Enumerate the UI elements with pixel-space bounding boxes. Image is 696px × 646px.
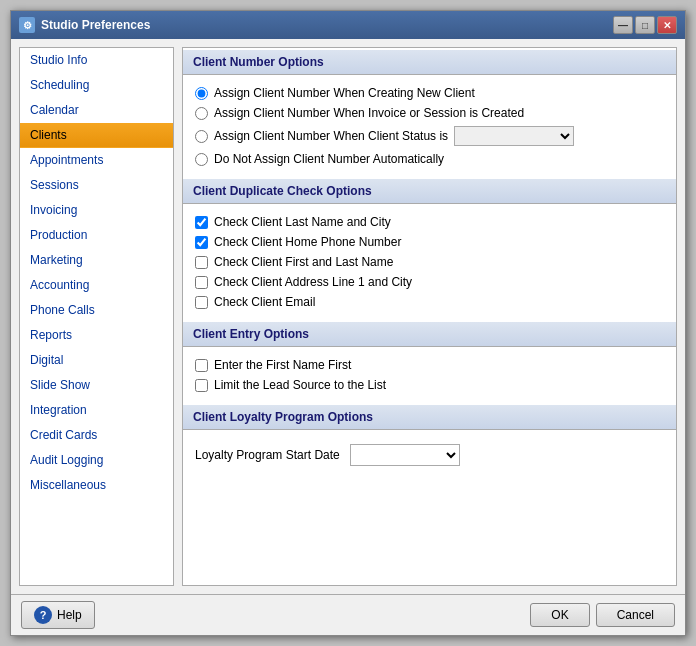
maximize-button[interactable]: □	[635, 16, 655, 34]
checkbox-label-dup5[interactable]: Check Client Email	[214, 295, 315, 309]
window-title: Studio Preferences	[41, 18, 150, 32]
section-header-client-duplicate-check: Client Duplicate Check Options	[183, 179, 676, 204]
title-bar: ⚙ Studio Preferences — □ ✕	[11, 11, 685, 39]
sidebar-item-appointments[interactable]: Appointments	[20, 148, 173, 173]
checkbox-option-entry1: Enter the First Name First	[195, 355, 664, 375]
loyalty-row: Loyalty Program Start Date	[195, 438, 664, 472]
checkbox-label-entry2[interactable]: Limit the Lead Source to the List	[214, 378, 386, 392]
checkbox-option-dup4: Check Client Address Line 1 and City	[195, 272, 664, 292]
checkbox-label-dup2[interactable]: Check Client Home Phone Number	[214, 235, 401, 249]
sidebar-item-calendar[interactable]: Calendar	[20, 98, 173, 123]
checkbox-option-dup2: Check Client Home Phone Number	[195, 232, 664, 252]
checkbox-dup3[interactable]	[195, 256, 208, 269]
sidebar-item-accounting[interactable]: Accounting	[20, 273, 173, 298]
radio-label-opt2[interactable]: Assign Client Number When Invoice or Ses…	[214, 106, 524, 120]
section-header-client-entry-options: Client Entry Options	[183, 322, 676, 347]
ok-button[interactable]: OK	[530, 603, 589, 627]
checkbox-label-dup4[interactable]: Check Client Address Line 1 and City	[214, 275, 412, 289]
client-status-select[interactable]	[454, 126, 574, 146]
radio-option-opt4: Do Not Assign Client Number Automaticall…	[195, 149, 664, 169]
cancel-button[interactable]: Cancel	[596, 603, 675, 627]
sidebar-item-digital[interactable]: Digital	[20, 348, 173, 373]
section-content-client-loyalty-program: Loyalty Program Start Date	[183, 430, 676, 480]
sidebar-item-sessions[interactable]: Sessions	[20, 173, 173, 198]
sidebar-item-integration[interactable]: Integration	[20, 398, 173, 423]
radio-label-opt4[interactable]: Do Not Assign Client Number Automaticall…	[214, 152, 444, 166]
radio-label-opt1[interactable]: Assign Client Number When Creating New C…	[214, 86, 475, 100]
checkbox-entry1[interactable]	[195, 359, 208, 372]
content-panel: Client Number OptionsAssign Client Numbe…	[182, 47, 677, 586]
section-content-client-number-options: Assign Client Number When Creating New C…	[183, 75, 676, 177]
section-content-client-duplicate-check: Check Client Last Name and CityCheck Cli…	[183, 204, 676, 320]
sidebar-item-phone-calls[interactable]: Phone Calls	[20, 298, 173, 323]
sidebar-item-invoicing[interactable]: Invoicing	[20, 198, 173, 223]
title-buttons: — □ ✕	[613, 16, 677, 34]
close-button[interactable]: ✕	[657, 16, 677, 34]
loyalty-date-select[interactable]	[350, 444, 460, 466]
sidebar-item-audit-logging[interactable]: Audit Logging	[20, 448, 173, 473]
checkbox-label-dup1[interactable]: Check Client Last Name and City	[214, 215, 391, 229]
checkbox-label-dup3[interactable]: Check Client First and Last Name	[214, 255, 393, 269]
sidebar-item-miscellaneous[interactable]: Miscellaneous	[20, 473, 173, 498]
checkbox-option-dup1: Check Client Last Name and City	[195, 212, 664, 232]
sidebar-item-slide-show[interactable]: Slide Show	[20, 373, 173, 398]
main-window: ⚙ Studio Preferences — □ ✕ Studio InfoSc…	[10, 10, 686, 636]
footer: ? Help OK Cancel	[11, 594, 685, 635]
radio-option-opt3: Assign Client Number When Client Status …	[195, 123, 664, 149]
title-bar-left: ⚙ Studio Preferences	[19, 17, 150, 33]
checkbox-option-entry2: Limit the Lead Source to the List	[195, 375, 664, 395]
checkbox-dup4[interactable]	[195, 276, 208, 289]
radio-opt1[interactable]	[195, 87, 208, 100]
minimize-button[interactable]: —	[613, 16, 633, 34]
help-icon: ?	[34, 606, 52, 624]
checkbox-option-dup3: Check Client First and Last Name	[195, 252, 664, 272]
section-content-client-entry-options: Enter the First Name FirstLimit the Lead…	[183, 347, 676, 403]
checkbox-dup1[interactable]	[195, 216, 208, 229]
checkbox-option-dup5: Check Client Email	[195, 292, 664, 312]
sidebar-item-studio-info[interactable]: Studio Info	[20, 48, 173, 73]
sidebar-item-clients[interactable]: Clients	[20, 123, 173, 148]
radio-label-opt3[interactable]: Assign Client Number When Client Status …	[214, 129, 448, 143]
help-button[interactable]: ? Help	[21, 601, 95, 629]
footer-right: OK Cancel	[530, 603, 675, 627]
sidebar-item-marketing[interactable]: Marketing	[20, 248, 173, 273]
radio-opt2[interactable]	[195, 107, 208, 120]
radio-opt4[interactable]	[195, 153, 208, 166]
radio-opt3[interactable]	[195, 130, 208, 143]
sidebar-item-scheduling[interactable]: Scheduling	[20, 73, 173, 98]
main-content: Studio InfoSchedulingCalendarClientsAppo…	[11, 39, 685, 594]
window-icon: ⚙	[19, 17, 35, 33]
sidebar-item-credit-cards[interactable]: Credit Cards	[20, 423, 173, 448]
sidebar-item-reports[interactable]: Reports	[20, 323, 173, 348]
section-header-client-loyalty-program: Client Loyalty Program Options	[183, 405, 676, 430]
loyalty-label: Loyalty Program Start Date	[195, 448, 340, 462]
help-label: Help	[57, 608, 82, 622]
section-header-client-number-options: Client Number Options	[183, 50, 676, 75]
checkbox-entry2[interactable]	[195, 379, 208, 392]
checkbox-dup2[interactable]	[195, 236, 208, 249]
sidebar-item-production[interactable]: Production	[20, 223, 173, 248]
checkbox-label-entry1[interactable]: Enter the First Name First	[214, 358, 351, 372]
radio-option-opt1: Assign Client Number When Creating New C…	[195, 83, 664, 103]
checkbox-dup5[interactable]	[195, 296, 208, 309]
radio-option-opt2: Assign Client Number When Invoice or Ses…	[195, 103, 664, 123]
sidebar: Studio InfoSchedulingCalendarClientsAppo…	[19, 47, 174, 586]
